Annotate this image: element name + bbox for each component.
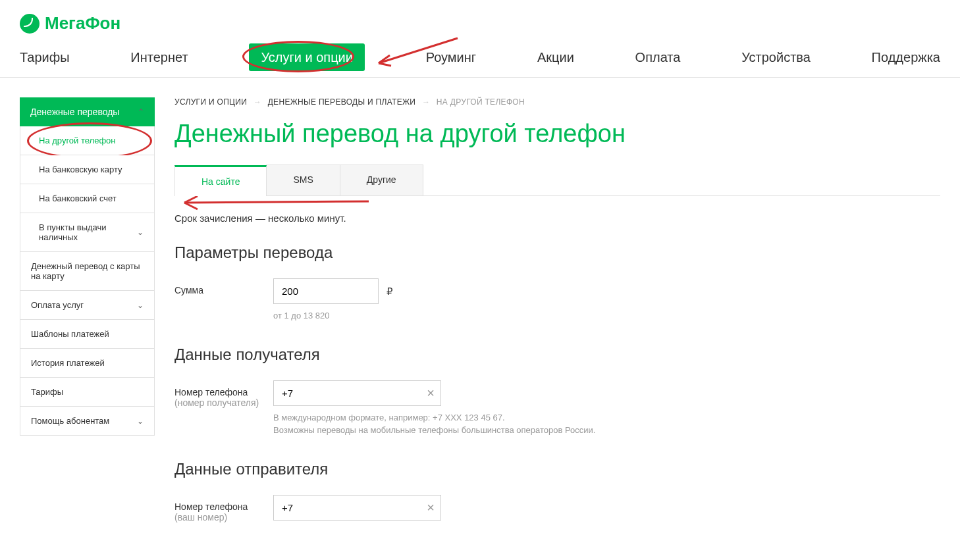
nav-promo[interactable]: Акции <box>537 50 574 65</box>
tabs: На сайте SMS Другие <box>174 165 940 196</box>
nav-devices[interactable]: Устройства <box>741 50 811 65</box>
sidebar-item-card-to-card[interactable]: Денежный перевод с карты на карту <box>20 252 155 291</box>
top-nav: Тарифы Интернет Услуги и опции Роуминг А… <box>20 50 940 77</box>
amount-input[interactable] <box>273 278 379 304</box>
tab-on-site[interactable]: На сайте <box>174 165 267 196</box>
credit-time-info: Срок зачисления — несколько минут. <box>174 213 940 224</box>
chevron-down-icon <box>137 301 144 310</box>
page-container: Денежные переводы На другой телефон На б… <box>0 78 960 560</box>
amount-hint: от 1 до 13 820 <box>273 309 940 322</box>
nav-support[interactable]: Поддержка <box>872 50 940 65</box>
recipient-section: Данные получателя Номер телефона (номер … <box>174 345 940 437</box>
logo-icon <box>20 14 40 34</box>
sidebar-item-payment-history[interactable]: История платежей <box>20 349 155 378</box>
sidebar-item-other-phone[interactable]: На другой телефон <box>20 126 155 155</box>
recipient-phone-label: Номер телефона (номер получателя) <box>174 380 273 408</box>
chevron-up-icon <box>138 107 144 116</box>
amount-label: Сумма <box>174 278 273 295</box>
tab-other[interactable]: Другие <box>340 165 423 195</box>
section-title-sender: Данные отправителя <box>174 460 940 478</box>
breadcrumb-separator-icon: → <box>422 97 430 107</box>
recipient-phone-input[interactable] <box>273 380 441 406</box>
breadcrumb-separator-icon: → <box>253 97 261 107</box>
currency-symbol: ₽ <box>387 286 393 297</box>
sidebar-item-bank-account[interactable]: На банковский счет <box>20 184 155 213</box>
sidebar-item-pay-services[interactable]: Оплата услуг <box>20 291 155 320</box>
transfer-params-section: Параметры перевода Сумма ₽ от 1 до 13 82… <box>174 243 940 322</box>
logo-text: МегаФон <box>45 13 120 34</box>
sidebar: Денежные переводы На другой телефон На б… <box>20 97 155 546</box>
nav-services-options[interactable]: Услуги и опции <box>249 50 365 65</box>
sidebar-item-payment-templates[interactable]: Шаблоны платежей <box>20 320 155 349</box>
nav-tariffs[interactable]: Тарифы <box>20 50 70 65</box>
sidebar-item-bank-card[interactable]: На банковскую карту <box>20 155 155 184</box>
nav-internet[interactable]: Интернет <box>130 50 188 65</box>
sender-phone-label: Номер телефона (ваш номер) <box>174 495 273 522</box>
sidebar-item-cash-pickup[interactable]: В пункты выдачи наличных <box>20 213 155 252</box>
site-header: МегаФон Тарифы Интернет Услуги и опции Р… <box>0 0 960 78</box>
sender-section: Данные отправителя Номер телефона (ваш н… <box>174 460 940 522</box>
clear-icon[interactable]: × <box>427 386 435 401</box>
clear-icon[interactable]: × <box>427 500 435 515</box>
section-title-params: Параметры перевода <box>174 243 940 262</box>
chevron-down-icon <box>137 228 144 237</box>
sender-phone-input[interactable] <box>273 495 441 521</box>
sidebar-header-money-transfers[interactable]: Денежные переводы <box>20 97 155 126</box>
sidebar-item-help[interactable]: Помощь абонентам <box>20 407 155 436</box>
breadcrumb-item[interactable]: ДЕНЕЖНЫЕ ПЕРЕВОДЫ И ПЛАТЕЖИ <box>268 97 416 107</box>
tab-sms[interactable]: SMS <box>266 165 340 195</box>
nav-roaming[interactable]: Роуминг <box>426 50 476 65</box>
section-title-recipient: Данные получателя <box>174 345 940 364</box>
breadcrumb-item[interactable]: УСЛУГИ И ОПЦИИ <box>174 97 247 107</box>
logo[interactable]: МегаФон <box>20 13 940 34</box>
page-title: Денежный перевод на другой телефон <box>174 120 940 148</box>
recipient-phone-hint: В международном формате, например: +7 XX… <box>273 411 940 437</box>
breadcrumb-item-current: НА ДРУГОЙ ТЕЛЕФОН <box>437 97 525 107</box>
main-content: УСЛУГИ И ОПЦИИ → ДЕНЕЖНЫЕ ПЕРЕВОДЫ И ПЛА… <box>174 97 940 546</box>
nav-payment[interactable]: Оплата <box>635 50 681 65</box>
breadcrumb: УСЛУГИ И ОПЦИИ → ДЕНЕЖНЫЕ ПЕРЕВОДЫ И ПЛА… <box>174 97 940 107</box>
sidebar-item-tariffs[interactable]: Тарифы <box>20 378 155 407</box>
chevron-down-icon <box>137 417 144 426</box>
